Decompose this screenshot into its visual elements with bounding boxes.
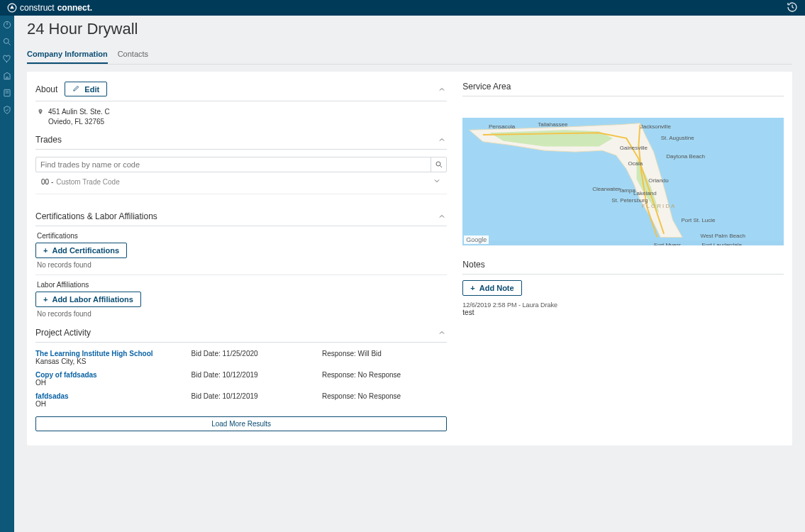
- trade-code: 00 -: [41, 178, 53, 186]
- tabs: Company Information Contacts: [27, 47, 792, 65]
- map-pin-icon: [37, 107, 44, 117]
- certs-header: Certifications & Labor Affiliations: [35, 209, 447, 226]
- service-area-heading: Service Area: [462, 82, 511, 92]
- activity-title[interactable]: The Learning Institute High School: [35, 350, 186, 358]
- brand-text-light: construct: [20, 3, 55, 13]
- labor-no-records: No records found: [37, 310, 447, 318]
- right-column: Service Area PensacolaTallahasseeJackson…: [462, 79, 784, 431]
- trades-search-button[interactable]: [431, 157, 446, 172]
- trades-search-input[interactable]: [40, 157, 431, 172]
- trades-header: Trades: [35, 132, 447, 150]
- load-more-button[interactable]: Load More Results: [35, 416, 447, 431]
- activity-row: fafdsadas OH Bid Date: 10/12/2019 Respon…: [35, 389, 447, 411]
- address-line2: Oviedo, FL 32765: [48, 117, 110, 127]
- cert-no-records: No records found: [37, 261, 447, 269]
- svg-line-3: [9, 43, 11, 45]
- address-text: 451 Aulin St. Ste. C Oviedo, FL 32765: [48, 107, 110, 126]
- svg-point-2: [4, 38, 9, 43]
- activity-row: Copy of fafdsadas OH Bid Date: 10/12/201…: [35, 368, 447, 389]
- notes-header: Notes: [462, 257, 784, 275]
- certifications-label: Certifications: [37, 232, 447, 240]
- nav-company-icon[interactable]: [2, 71, 12, 81]
- service-area-map[interactable]: PensacolaTallahasseeJacksonvilleSt. Augu…: [462, 118, 784, 245]
- activity-title[interactable]: Copy of fafdsadas: [35, 371, 186, 379]
- plus-icon: +: [43, 295, 48, 304]
- svg-point-7: [436, 162, 440, 166]
- activity-collapse-icon[interactable]: [437, 328, 447, 338]
- activity-bid-date: Bid Date: 11/25/2020: [191, 350, 316, 365]
- certs-collapse-icon[interactable]: [437, 211, 447, 221]
- edit-button[interactable]: Edit: [65, 82, 107, 96]
- pencil-icon: [72, 84, 80, 94]
- activity-bid-date: Bid Date: 10/12/2019: [191, 392, 316, 408]
- nav-search-icon[interactable]: [2, 37, 12, 47]
- activity-location: OH: [35, 379, 186, 387]
- activity-row: The Learning Institute High School Kansa…: [35, 347, 447, 368]
- map-attribution: Google: [464, 235, 489, 244]
- add-labor-affiliations-button[interactable]: + Add Labor Affiliations: [35, 292, 141, 307]
- activity-header: Project Activity: [35, 325, 447, 343]
- plus-icon: +: [470, 284, 474, 292]
- add-certifications-button[interactable]: + Add Certifications: [35, 243, 127, 258]
- trade-row[interactable]: 00 - Custom Trade Code: [35, 172, 447, 191]
- history-icon[interactable]: [787, 1, 798, 15]
- nav-heart-icon[interactable]: [2, 54, 12, 64]
- nav-dashboard-icon[interactable]: [2, 20, 12, 30]
- add-note-label: Add Note: [479, 284, 514, 292]
- certs-heading: Certifications & Labor Affiliations: [35, 211, 157, 221]
- plus-icon: +: [43, 246, 48, 255]
- trade-name: Custom Trade Code: [56, 178, 120, 186]
- add-certifications-label: Add Certifications: [52, 246, 119, 255]
- trades-heading: Trades: [35, 135, 62, 145]
- add-labor-label: Add Labor Affiliations: [52, 295, 133, 304]
- address-line1: 451 Aulin St. Ste. C: [48, 107, 110, 117]
- activity-title[interactable]: fafdsadas: [35, 392, 186, 400]
- map-illustration: [462, 118, 784, 240]
- map-city-label: Fort Lauderdale: [701, 242, 741, 245]
- brand[interactable]: constructconnect.: [7, 3, 92, 13]
- note-meta: 12/6/2019 2:58 PM - Laura Drake: [462, 301, 784, 309]
- activity-heading: Project Activity: [35, 328, 91, 338]
- activity-body: The Learning Institute High School Kansa…: [35, 343, 447, 431]
- left-column: About Edit 451 Aulin St. Ste. C Oviedo, …: [35, 79, 447, 431]
- activity-response: Response: Will Bid: [322, 350, 447, 365]
- trades-collapse-icon[interactable]: [437, 135, 447, 145]
- note-text: test: [462, 309, 784, 316]
- content-grid: About Edit 451 Aulin St. Ste. C Oviedo, …: [27, 72, 792, 445]
- about-heading: About: [35, 84, 57, 94]
- about-collapse-icon[interactable]: [437, 84, 447, 94]
- tab-company-info[interactable]: Company Information: [27, 47, 108, 64]
- edit-button-label: Edit: [84, 85, 99, 94]
- chevron-down-icon: [433, 177, 441, 187]
- activity-bid-date: Bid Date: 10/12/2019: [191, 371, 316, 387]
- trades-search: [35, 157, 447, 172]
- page-title: 24 Hour Drywall: [27, 16, 792, 40]
- svg-line-8: [440, 166, 442, 168]
- nav-shield-icon[interactable]: [2, 105, 12, 115]
- tab-contacts[interactable]: Contacts: [118, 47, 148, 64]
- nav-report-icon[interactable]: [2, 88, 12, 98]
- add-note-button[interactable]: + Add Note: [462, 280, 521, 296]
- activity-response: Response: No Response: [322, 392, 447, 408]
- service-area-header: Service Area: [462, 79, 784, 96]
- labor-affiliations-label: Labor Affiliations: [37, 281, 447, 289]
- brand-logo-icon: [7, 3, 17, 13]
- left-nav-rail: [0, 16, 14, 532]
- about-header: About Edit: [35, 79, 447, 101]
- certs-body: Certifications + Add Certifications No r…: [35, 232, 447, 318]
- top-bar: constructconnect.: [0, 0, 805, 16]
- notes-body: + Add Note 12/6/2019 2:58 PM - Laura Dra…: [462, 275, 784, 316]
- brand-text-bold: connect.: [57, 3, 92, 13]
- notes-heading: Notes: [462, 260, 484, 270]
- trades-body: 00 - Custom Trade Code: [35, 150, 447, 196]
- page: 24 Hour Drywall Company Information Cont…: [14, 16, 805, 458]
- activity-location: OH: [35, 400, 186, 408]
- activity-response: Response: No Response: [322, 371, 447, 387]
- about-body: 451 Aulin St. Ste. C Oviedo, FL 32765: [35, 101, 447, 132]
- activity-location: Kansas City, KS: [35, 358, 186, 365]
- map-city-label: Fort Myers: [654, 242, 681, 245]
